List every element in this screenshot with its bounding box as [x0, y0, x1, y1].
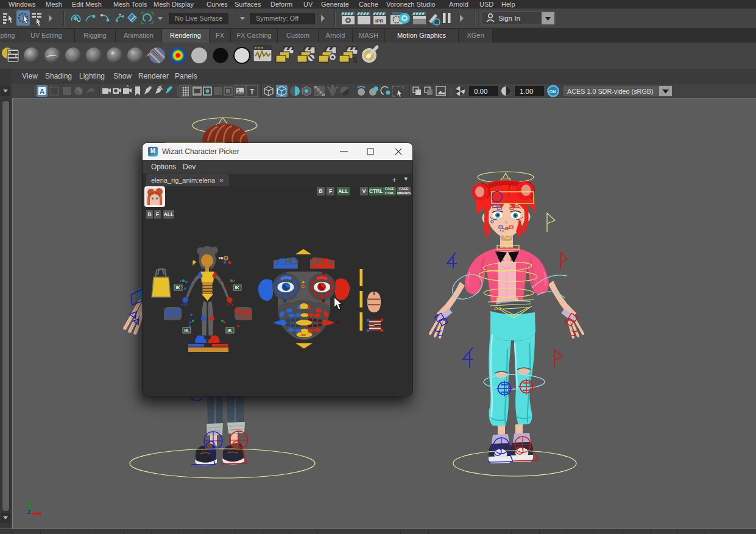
svg-text:Jaw: Jaw — [300, 333, 306, 337]
svg-text:S: S — [353, 56, 358, 65]
svg-text:z: z — [27, 508, 30, 515]
svg-text:IK: IK — [176, 286, 180, 290]
svg-text:x: x — [38, 509, 43, 516]
svg-text:y: y — [28, 498, 32, 507]
svg-text:IPR: IPR — [375, 18, 384, 24]
svg-text:Sign In: Sign In — [498, 15, 520, 22]
svg-text:1.00: 1.00 — [520, 88, 533, 95]
svg-text:ACES 1.0 SDR-video (sRGB): ACES 1.0 SDR-video (sRGB) — [567, 88, 654, 95]
svg-text:ON: ON — [549, 89, 556, 94]
svg-text:FK: FK — [219, 256, 224, 260]
svg-text:IK: IK — [185, 328, 189, 332]
svg-text:0.00: 0.00 — [474, 88, 487, 95]
svg-text:A: A — [40, 88, 44, 95]
svg-text:IK: IK — [228, 328, 232, 332]
svg-text:IK: IK — [235, 286, 239, 290]
svg-text:T: T — [250, 88, 255, 96]
